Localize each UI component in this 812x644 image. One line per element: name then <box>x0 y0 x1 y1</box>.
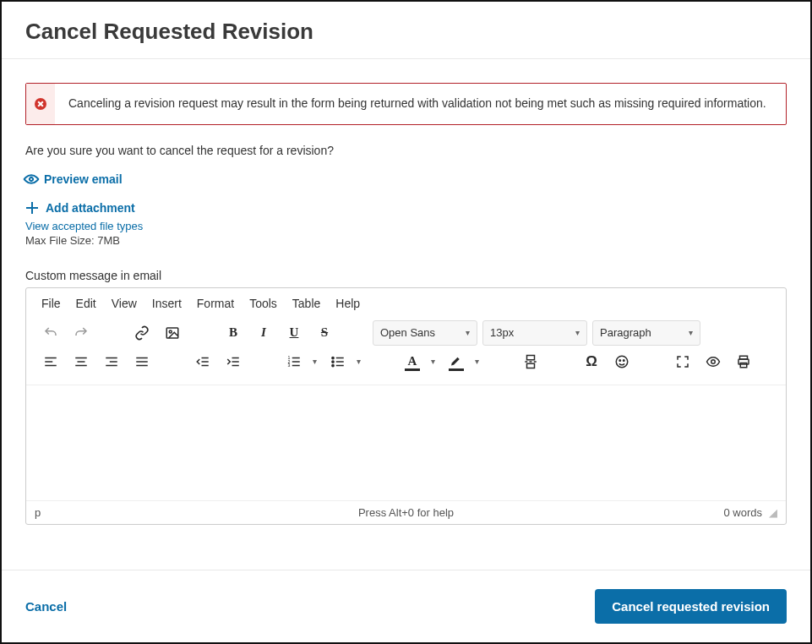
align-left-icon <box>43 354 58 369</box>
indent-icon <box>226 354 241 369</box>
page-break-button[interactable] <box>518 349 543 374</box>
italic-button[interactable]: I <box>251 320 276 346</box>
cancel-button[interactable]: Cancel <box>25 599 67 614</box>
strikethrough-button[interactable]: S <box>312 320 337 346</box>
svg-point-29 <box>332 357 334 358</box>
svg-point-31 <box>332 364 334 366</box>
redo-icon <box>74 325 89 341</box>
svg-point-1 <box>169 330 172 333</box>
indent-button[interactable] <box>221 349 246 374</box>
svg-point-37 <box>616 356 628 368</box>
svg-point-30 <box>332 360 334 362</box>
preview-email-link[interactable]: Preview email <box>25 172 787 186</box>
outdent-icon <box>195 354 210 369</box>
align-justify-button[interactable] <box>129 349 155 374</box>
editor-content-area[interactable] <box>26 385 786 500</box>
font-family-value: Open Sans <box>380 326 435 339</box>
highlight-icon <box>449 354 464 369</box>
svg-rect-32 <box>527 355 535 359</box>
alert-icon-column <box>26 84 55 124</box>
ordered-list-button[interactable]: 123 <box>281 349 307 374</box>
ordered-list-options[interactable]: ▾ <box>308 349 320 374</box>
dialog-cancel-requested-revision: Cancel Requested Revision Canceling a re… <box>0 0 812 644</box>
align-justify-icon <box>134 354 150 369</box>
font-family-select[interactable]: Open Sans ▾ <box>373 320 477 346</box>
page-break-icon <box>523 354 538 369</box>
svg-rect-0 <box>166 328 178 338</box>
error-icon <box>35 98 46 110</box>
chevron-down-icon: ▾ <box>689 328 693 337</box>
add-attachment-link[interactable]: Add attachment <box>25 201 787 215</box>
emoji-icon <box>614 354 629 369</box>
bold-button[interactable]: B <box>221 320 246 346</box>
editor-menubar: File Edit View Insert Format Tools Table… <box>26 288 786 319</box>
chevron-down-icon: ▾ <box>575 328 580 337</box>
eye-icon <box>23 171 40 188</box>
custom-message-label: Custom message in email <box>25 269 787 282</box>
svg-rect-36 <box>527 363 535 368</box>
image-button[interactable] <box>160 320 185 346</box>
toolbar-row-2: 123 ▾ ▾ A ▾ <box>38 349 774 374</box>
image-icon <box>165 325 180 341</box>
emoji-button[interactable] <box>609 349 635 374</box>
align-center-button[interactable] <box>68 349 94 374</box>
max-file-size-text: Max File Size: 7MB <box>25 234 787 247</box>
confirmation-prompt: Are you sure you want to cancel the requ… <box>25 144 787 157</box>
unordered-list-icon <box>330 354 346 369</box>
strikethrough-icon: S <box>321 325 328 340</box>
dialog-body: Canceling a revision request may result … <box>2 59 810 570</box>
plus-icon <box>25 201 39 215</box>
redo-button[interactable] <box>68 320 94 346</box>
preview-email-label: Preview email <box>44 172 123 186</box>
svg-point-38 <box>619 359 621 361</box>
svg-point-40 <box>711 359 716 363</box>
align-right-button[interactable] <box>99 349 124 374</box>
word-count: 0 words <box>723 506 762 519</box>
align-left-button[interactable] <box>38 349 63 374</box>
align-center-icon <box>74 354 89 369</box>
menu-file[interactable]: File <box>41 297 61 310</box>
menu-view[interactable]: View <box>112 297 137 310</box>
block-format-value: Paragraph <box>600 326 651 339</box>
font-size-value: 13px <box>490 326 514 339</box>
fullscreen-icon <box>675 354 690 369</box>
unordered-list-options[interactable]: ▾ <box>352 349 364 374</box>
text-color-icon: A <box>408 354 417 368</box>
outdent-button[interactable] <box>190 349 215 374</box>
font-size-select[interactable]: 13px ▾ <box>482 320 587 346</box>
preview-button[interactable] <box>700 349 726 374</box>
text-color-button[interactable]: A <box>400 349 425 374</box>
undo-button[interactable] <box>38 320 63 346</box>
cancel-requested-revision-button[interactable]: Cancel requested revision <box>595 589 787 624</box>
menu-edit[interactable]: Edit <box>76 297 96 310</box>
svg-text:3: 3 <box>288 363 291 368</box>
unordered-list-button[interactable] <box>325 349 351 374</box>
view-accepted-file-types-link[interactable]: View accepted file types <box>25 220 787 232</box>
alert-text: Canceling a revision request may result … <box>55 84 780 124</box>
italic-icon: I <box>261 325 266 340</box>
rich-text-editor: File Edit View Insert Format Tools Table… <box>25 287 787 525</box>
dialog-footer: Cancel Cancel requested revision <box>2 570 810 642</box>
menu-help[interactable]: Help <box>335 297 360 310</box>
highlight-color-options[interactable]: ▾ <box>471 349 482 374</box>
menu-table[interactable]: Table <box>292 297 320 310</box>
highlight-color-button[interactable] <box>444 349 469 374</box>
bold-icon: B <box>229 325 237 340</box>
undo-icon <box>43 325 58 341</box>
svg-point-39 <box>624 359 625 361</box>
menu-tools[interactable]: Tools <box>249 297 277 310</box>
print-button[interactable] <box>731 349 756 374</box>
element-path[interactable]: p <box>35 506 41 519</box>
fullscreen-button[interactable] <box>670 349 695 374</box>
text-color-options[interactable]: ▾ <box>427 349 439 374</box>
resize-handle[interactable]: ◢ <box>769 506 777 519</box>
omega-icon: Ω <box>586 353 597 370</box>
block-format-select[interactable]: Paragraph ▾ <box>592 320 700 346</box>
underline-icon: U <box>290 325 299 340</box>
preview-eye-icon <box>705 354 722 369</box>
menu-format[interactable]: Format <box>197 297 234 310</box>
menu-insert[interactable]: Insert <box>152 297 182 310</box>
special-character-button[interactable]: Ω <box>579 349 604 374</box>
underline-button[interactable]: U <box>281 320 307 346</box>
link-button[interactable] <box>129 320 155 346</box>
